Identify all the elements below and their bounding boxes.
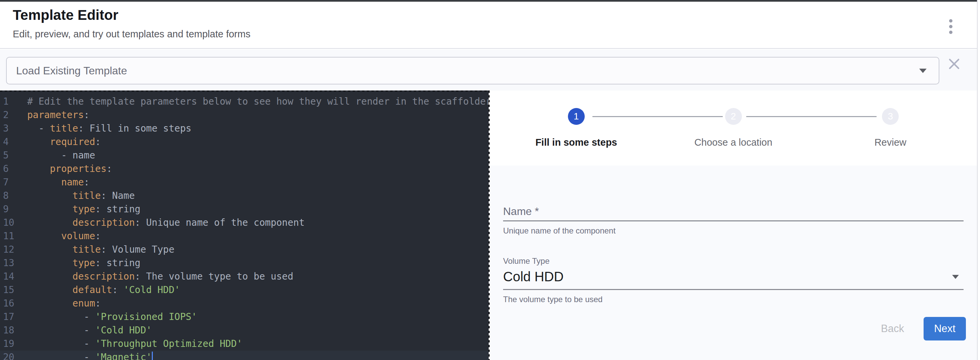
name-field-helper: Unique name of the component (503, 226, 964, 235)
volume-field-label: Volume Type (503, 256, 964, 266)
main-split: 1# Edit the template parameters below to… (0, 91, 977, 360)
close-icon[interactable] (946, 56, 962, 72)
code-line[interactable]: 8 title: Name (0, 189, 488, 203)
code-line[interactable]: 12 title: Volume Type (0, 243, 488, 256)
line-number: 13 (0, 256, 24, 270)
code-line[interactable]: 13 type: string (0, 256, 488, 270)
wizard-buttons: Back Next (881, 317, 966, 341)
back-button[interactable]: Back (881, 323, 904, 335)
kebab-dot (949, 19, 953, 22)
load-template-placeholder: Load Existing Template (16, 65, 919, 77)
step-label: Fill in some steps (535, 137, 617, 148)
code-text: - 'Magnetic' (24, 350, 153, 360)
app-header: Template Editor Edit, preview, and try o… (0, 2, 977, 49)
code-text: type: string (24, 203, 140, 216)
code-line[interactable]: 2parameters: (0, 108, 488, 122)
volume-field-helper: The volume type to be used (503, 295, 964, 304)
kebab-menu-button[interactable] (943, 19, 958, 34)
code-text: # Edit the template parameters below to … (24, 95, 488, 108)
step-fill-in-some-steps: 1 Fill in some steps (498, 108, 655, 166)
step-label: Review (875, 137, 907, 148)
code-text: - 'Provisioned IOPS' (24, 310, 197, 324)
code-text: parameters: (24, 108, 89, 122)
line-number: 11 (0, 229, 24, 243)
name-input[interactable] (503, 220, 964, 221)
stepper: 1 Fill in some steps 2 Choose a location… (490, 91, 977, 166)
code-text: properties: (24, 162, 112, 176)
template-editor-page: Template Editor Edit, preview, and try o… (0, 0, 980, 360)
code-line[interactable]: 15 default: 'Cold HDD' (0, 283, 488, 297)
line-number: 1 (0, 95, 24, 108)
load-template-select[interactable]: Load Existing Template (6, 57, 939, 85)
code-text: name: (24, 176, 89, 189)
kebab-dot (949, 25, 953, 28)
line-number: 3 (0, 122, 24, 135)
line-number: 7 (0, 176, 24, 189)
name-field-group: Name * Unique name of the component (503, 205, 964, 235)
step-choose-a-location: 2 Choose a location (655, 108, 812, 166)
page-subtitle: Edit, preview, and try out templates and… (13, 29, 977, 40)
page-scrollbar[interactable] (977, 0, 980, 360)
line-number: 20 (0, 350, 24, 360)
wizard-form: Name * Unique name of the component Volu… (490, 166, 977, 360)
next-button[interactable]: Next (924, 317, 966, 341)
kebab-dot (949, 30, 953, 34)
caret-down-icon (919, 69, 927, 73)
code-text: type: string (24, 256, 140, 270)
line-number: 17 (0, 310, 24, 324)
code-text: description: The volume type to be used (24, 270, 293, 283)
line-number: 2 (0, 108, 24, 122)
code-line[interactable]: 3 - title: Fill in some steps (0, 122, 488, 135)
editor-dashed-border (0, 91, 488, 91)
code-line[interactable]: 11 volume: (0, 229, 488, 243)
code-editor-lines: 1# Edit the template parameters below to… (0, 95, 488, 360)
line-number: 14 (0, 270, 24, 283)
code-text: required: (24, 135, 101, 149)
code-line[interactable]: 19 - 'Throughput Optimized HDD' (0, 337, 488, 350)
line-number: 4 (0, 135, 24, 149)
code-text: default: 'Cold HDD' (24, 283, 180, 297)
page-title: Template Editor (13, 7, 977, 23)
step-label: Choose a location (694, 137, 772, 148)
code-line[interactable]: 6 properties: (0, 162, 488, 176)
volume-type-value: Cold HDD (503, 269, 952, 284)
code-line[interactable]: 17 - 'Provisioned IOPS' (0, 310, 488, 324)
step-circle-3: 3 (882, 108, 899, 125)
template-loader-bar: Load Existing Template (0, 50, 977, 91)
code-text: - name (24, 149, 95, 162)
step-circle-1: 1 (568, 108, 585, 125)
code-line[interactable]: 4 required: (0, 135, 488, 149)
volume-field-group: Volume Type Cold HDD The volume type to … (503, 256, 964, 304)
code-line[interactable]: 7 name: (0, 176, 488, 189)
volume-select-underline (503, 289, 964, 290)
name-field-label: Name * (503, 205, 964, 218)
step-circle-2: 2 (725, 108, 742, 125)
code-line[interactable]: 14 description: The volume type to be us… (0, 270, 488, 283)
code-line[interactable]: 5 - name (0, 149, 488, 162)
code-text: - 'Cold HDD' (24, 324, 152, 337)
line-number: 10 (0, 216, 24, 229)
preview-panel: 1 Fill in some steps 2 Choose a location… (490, 91, 977, 360)
code-editor[interactable]: 1# Edit the template parameters below to… (0, 91, 488, 360)
caret-down-icon (952, 275, 959, 279)
code-text: title: Volume Type (24, 243, 174, 256)
line-number: 12 (0, 243, 24, 256)
code-line[interactable]: 10 description: Unique name of the compo… (0, 216, 488, 229)
step-review: 3 Review (812, 108, 969, 166)
code-text: enum: (24, 297, 101, 310)
code-text: - title: Fill in some steps (24, 122, 191, 135)
code-line[interactable]: 9 type: string (0, 203, 488, 216)
line-number: 6 (0, 162, 24, 176)
code-text: description: Unique name of the componen… (24, 216, 305, 229)
line-number: 19 (0, 337, 24, 350)
line-number: 18 (0, 324, 24, 337)
code-line[interactable]: 16 enum: (0, 297, 488, 310)
code-line[interactable]: 18 - 'Cold HDD' (0, 324, 488, 337)
code-text: volume: (24, 229, 101, 243)
code-line[interactable]: 20 - 'Magnetic' (0, 350, 488, 360)
volume-type-select[interactable]: Cold HDD (503, 269, 964, 284)
code-text: title: Name (24, 189, 135, 203)
code-line[interactable]: 1# Edit the template parameters below to… (0, 95, 488, 108)
line-number: 9 (0, 203, 24, 216)
text-cursor (152, 352, 153, 360)
